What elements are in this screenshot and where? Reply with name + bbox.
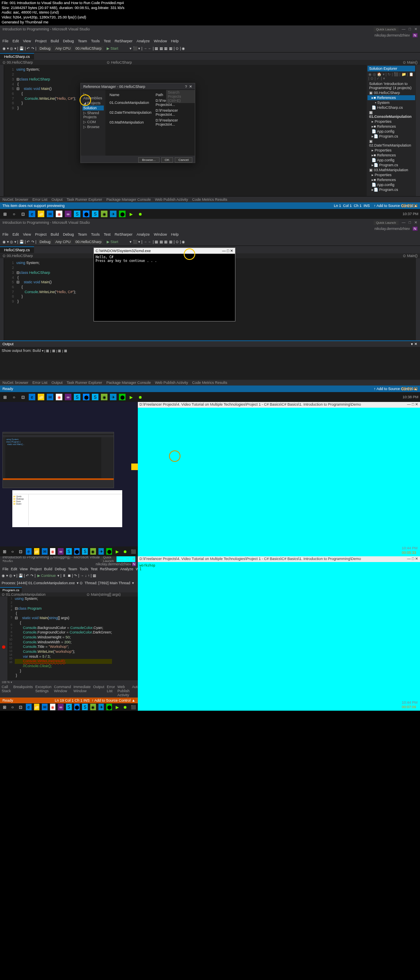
menu-team[interactable]: Team: [78, 39, 87, 43]
tree-browse[interactable]: ▷ Browse: [82, 124, 104, 129]
window-close[interactable]: ✕: [414, 27, 418, 31]
file-item[interactable]: ▸📄 Program.cs: [368, 134, 415, 139]
window-min[interactable]: —: [402, 27, 406, 31]
props-node[interactable]: ▸ Properties: [368, 148, 415, 153]
start-button[interactable]: ▶ Start: [105, 46, 120, 51]
menu-tools[interactable]: Tools: [91, 39, 100, 43]
search-icon[interactable]: ○: [11, 211, 17, 217]
menu-analyze[interactable]: Analyze: [137, 39, 150, 43]
refs-node[interactable]: ▸■ References: [368, 124, 415, 129]
camtasia-icon[interactable]: ▶: [128, 211, 135, 217]
taskview-icon[interactable]: ⊡: [20, 211, 26, 217]
vs-icon[interactable]: ∞: [65, 211, 71, 217]
file-item[interactable]: ▸📄 Program.cs: [368, 163, 415, 168]
dialog-tree[interactable]: ▷ Assemblies ◢ Projects Solution ▷ Share…: [81, 90, 105, 156]
skype2-icon[interactable]: S: [92, 211, 98, 217]
tab-pmc[interactable]: Package Manager Console: [106, 197, 151, 202]
file-item[interactable]: ▸📄 Program.cs: [368, 187, 415, 192]
task-view-thumbnail-explorer[interactable]: 📁 Quick📁 Desktop📁 Docs📁 Down: [12, 490, 122, 527]
folder-icon[interactable]: [131, 464, 138, 470]
references-node[interactable]: ▸■ References: [368, 95, 415, 100]
app-icon[interactable]: ◉: [101, 211, 107, 217]
project-node[interactable]: ▣ 00.HelloCSharp: [368, 90, 415, 95]
cancel-button[interactable]: Cancel: [175, 157, 192, 163]
menu-edit[interactable]: Edit: [13, 39, 19, 43]
tab-output[interactable]: Output: [52, 197, 63, 202]
refs-node[interactable]: ▸■ References: [368, 177, 415, 182]
config-item[interactable]: 📄 App.config: [368, 129, 415, 134]
tree-assemblies[interactable]: ▷ Assemblies: [82, 92, 104, 101]
explorer-icon[interactable]: 📁: [38, 211, 44, 217]
ref-row[interactable]: 03.MathManipulation: [108, 118, 153, 127]
ref-row[interactable]: 01.ConsoleManipulation: [108, 98, 153, 107]
solution-explorer[interactable]: Solution Explorer ◉ ◎ 🏠 ▾ | ↻ | ⬛ | 📁 | …: [367, 65, 416, 196]
tree-solution[interactable]: Solution: [82, 106, 104, 110]
ok-button[interactable]: OK: [161, 157, 173, 163]
dialog-close[interactable]: ✕: [189, 85, 192, 89]
config-select[interactable]: Debug: [38, 46, 52, 51]
start-icon[interactable]: ⊞: [2, 211, 8, 217]
tab-taskrunner[interactable]: Task Runner Explorer: [67, 197, 103, 202]
tree-projects[interactable]: ◢ Projects: [82, 101, 104, 106]
refs-node[interactable]: ▸■ References: [368, 153, 415, 158]
console-app-cyan[interactable]: D:\Freelancer Projects\4. Video Tutorial…: [138, 556, 420, 711]
chrome-icon[interactable]: ◉: [56, 211, 62, 217]
nav-project[interactable]: ⊙ 00.HelloCSharp: [2, 60, 33, 64]
menu-file[interactable]: File: [2, 39, 9, 43]
tab-nuget[interactable]: NuGet: browser: [2, 197, 28, 202]
breakpoint-icon[interactable]: [2, 645, 5, 649]
camtasia2-icon[interactable]: ⏺: [137, 211, 144, 217]
props-node[interactable]: ▸ Properties: [368, 119, 415, 124]
dialog-list[interactable]: Search Projects (Ctrl+E) NamePath 01.Con…: [105, 90, 195, 156]
config-item[interactable]: 📄 App.config: [368, 182, 415, 187]
quick-launch[interactable]: Quick Launch: [374, 27, 399, 32]
console-window[interactable]: C:\WINDOWS\system32\cmd.exe — □ ✕ Hello,…: [94, 248, 235, 321]
file-item[interactable]: 📄 HelloCSharp.cs: [368, 105, 415, 110]
menu-resharper[interactable]: ReSharper: [115, 39, 133, 43]
ref-item[interactable]: ▪ System: [368, 100, 415, 105]
telegram-icon[interactable]: ✈: [110, 211, 116, 217]
menu-project[interactable]: Project: [35, 39, 46, 43]
menu-build[interactable]: Build: [50, 39, 59, 43]
mail-icon[interactable]: ✉: [47, 211, 53, 217]
nav-class[interactable]: ⊙ HelloCSharp: [107, 60, 132, 64]
menu-window[interactable]: Window: [154, 39, 167, 43]
menu-test[interactable]: Test: [104, 39, 111, 43]
window-max[interactable]: □: [409, 27, 411, 31]
task-view-thumbnail-vs[interactable]: using System;class Program { static void…: [2, 432, 114, 488]
output-from[interactable]: Show output from: Build: [2, 349, 41, 353]
skype-icon[interactable]: S: [74, 211, 80, 217]
con-min[interactable]: —: [222, 249, 226, 253]
dialog-search[interactable]: Search Projects (Ctrl+E): [166, 90, 195, 103]
props-node[interactable]: ▸ Properties: [368, 172, 415, 177]
windows-taskbar[interactable]: ⊞ ○ ⊡ e 📁 ✉ ◉ ∞ S ⬤ S ◉ ✈ ⬤ ▶ ⏺ 10:37 PM: [0, 209, 420, 219]
project-node[interactable]: ▣ 02.DateTimeManipulation: [368, 139, 415, 148]
platform-select[interactable]: Any CPU: [54, 46, 72, 51]
con-close[interactable]: ✕: [230, 249, 233, 253]
project-node[interactable]: ▣ 03.MathManipulation: [368, 168, 415, 172]
ref-row[interactable]: 02.DateTimeManipulation: [108, 108, 153, 117]
browse-button[interactable]: Browse...: [138, 157, 159, 163]
continue-button[interactable]: ▶ Continue: [37, 574, 56, 578]
tree-com[interactable]: ▷ COM: [82, 119, 104, 124]
tab-metrics[interactable]: Code Metrics Results: [192, 197, 228, 202]
solution-node[interactable]: Solution 'Introduction to Programming' (…: [368, 81, 415, 90]
dialog-help[interactable]: ?: [185, 85, 187, 89]
tab-webpub[interactable]: Web Publish Activity: [155, 197, 188, 202]
thread-select[interactable]: Thread: [7892] Main Thread: [84, 581, 130, 585]
process-select[interactable]: Process: [4446] 01.ConsoleManipulation.e…: [2, 581, 75, 585]
line-icon[interactable]: ⬤: [119, 211, 126, 217]
config-item[interactable]: 📄 App.config: [368, 158, 415, 163]
console-app-cyan[interactable]: D:\Freelancer Projects\4. Video Tutorial…: [138, 402, 420, 556]
menu-debug[interactable]: Debug: [63, 39, 74, 43]
con-max[interactable]: □: [227, 249, 229, 253]
tree-shared[interactable]: ▷ Shared Projects: [82, 110, 104, 119]
menu-help[interactable]: Help: [171, 39, 179, 43]
edge-icon[interactable]: e: [29, 211, 35, 217]
editor-tab[interactable]: HelloCSharp.cs: [0, 53, 34, 60]
app-icon[interactable]: ⬤: [83, 211, 89, 217]
startup-select[interactable]: 00.HelloCSharp: [74, 46, 103, 51]
tab-errors[interactable]: Error List: [32, 197, 48, 202]
menu-view[interactable]: View: [23, 39, 31, 43]
nav-method[interactable]: ⊙ Main(): [403, 60, 418, 64]
